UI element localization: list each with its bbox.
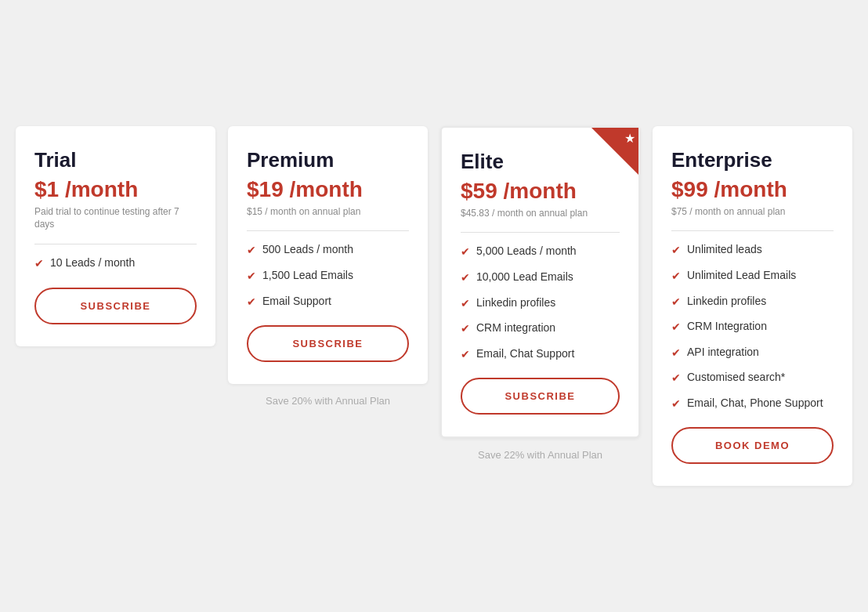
feature-text-enterprise-1: Unlimited Lead Emails [687,268,796,284]
feature-text-elite-3: CRM integration [476,320,555,336]
subscribe-button-trial[interactable]: SUBSCRIBE [34,288,197,324]
checkmark-icon: ✔ [461,296,470,312]
plan-wrapper-premium: Premium$19 /month$15 / month on annual p… [228,126,428,407]
star-icon: ★ [624,131,635,146]
save-text-elite: Save 22% with Annual Plan [440,449,640,461]
feature-text-elite-4: Email, Chat Support [476,346,574,362]
subscribe-button-elite[interactable]: SUBSCRIBE [461,378,620,415]
checkmark-icon: ✔ [461,270,470,286]
feature-item-enterprise-5: ✔Customised search* [671,370,834,386]
feature-list-trial: ✔10 Leads / month [34,255,197,272]
feature-item-premium-0: ✔500 Leads / month [247,242,409,259]
checkmark-icon: ✔ [461,321,470,337]
feature-text-enterprise-0: Unlimited leads [687,242,762,258]
feature-item-elite-0: ✔5,000 Leads / month [461,244,620,260]
checkmark-icon: ✔ [671,397,681,412]
feature-item-enterprise-6: ✔Email, Chat, Phone Support [671,396,834,412]
checkmark-icon: ✔ [671,243,681,259]
pricing-container: Trial$1 /monthPaid trial to continue tes… [0,103,868,510]
plan-subprice-premium: $15 / month on annual plan [247,205,409,219]
divider-trial [34,244,197,244]
feature-item-enterprise-0: ✔Unlimited leads [671,242,834,259]
checkmark-icon: ✔ [247,269,256,284]
plan-wrapper-elite: ★Elite$59 /month$45.83 / month on annual… [440,126,640,462]
checkmark-icon: ✔ [247,243,256,259]
plan-name-enterprise: Enterprise [671,148,834,172]
subscribe-button-enterprise[interactable]: BOOK DEMO [671,427,834,464]
plan-subprice-trial: Paid trial to continue testing after 7 d… [34,205,197,232]
feature-item-elite-1: ✔10,000 Lead Emails [461,270,620,286]
plan-name-premium: Premium [247,148,409,172]
checkmark-icon: ✔ [461,347,470,363]
feature-text-premium-1: 1,500 Lead Emails [262,268,353,284]
feature-text-elite-2: Linkedin profiles [476,295,555,311]
feature-text-premium-2: Email Support [262,294,331,310]
feature-item-elite-3: ✔CRM integration [461,320,620,337]
checkmark-icon: ✔ [34,256,44,272]
feature-item-premium-1: ✔1,500 Lead Emails [247,268,409,284]
feature-list-enterprise: ✔Unlimited leads✔Unlimited Lead Emails✔L… [671,242,834,411]
feature-item-elite-4: ✔Email, Chat Support [461,346,620,363]
plan-name-trial: Trial [34,148,197,172]
plan-price-elite: $59 /month [461,179,620,204]
plan-subprice-enterprise: $75 / month on annual plan [671,205,834,219]
subscribe-button-premium[interactable]: SUBSCRIBE [247,325,409,362]
feature-text-enterprise-6: Email, Chat, Phone Support [687,396,823,411]
plan-wrapper-enterprise: Enterprise$99 /month$75 / month on annua… [653,126,852,487]
feature-item-trial-0: ✔10 Leads / month [34,255,197,272]
checkmark-icon: ✔ [671,269,681,284]
feature-item-enterprise-4: ✔API integration [671,345,834,361]
feature-text-enterprise-3: CRM Integration [687,319,767,335]
checkmark-icon: ✔ [461,244,470,260]
plan-price-enterprise: $99 /month [671,177,834,202]
feature-text-enterprise-5: Customised search* [687,370,785,386]
feature-list-elite: ✔5,000 Leads / month✔10,000 Lead Emails✔… [461,244,620,362]
plan-price-trial: $1 /month [34,177,197,202]
plan-card-premium: Premium$19 /month$15 / month on annual p… [228,126,428,385]
feature-text-enterprise-4: API integration [687,345,759,360]
feature-item-enterprise-2: ✔Linkedin profiles [671,294,834,310]
divider-elite [461,232,620,233]
feature-list-premium: ✔500 Leads / month✔1,500 Lead Emails✔Ema… [247,242,409,310]
feature-item-elite-2: ✔Linkedin profiles [461,295,620,312]
plan-price-premium: $19 /month [247,177,409,202]
divider-premium [247,230,409,231]
checkmark-icon: ✔ [671,295,681,310]
feature-item-enterprise-1: ✔Unlimited Lead Emails [671,268,834,284]
feature-text-enterprise-2: Linkedin profiles [687,294,766,310]
plan-card-trial: Trial$1 /monthPaid trial to continue tes… [16,126,215,346]
checkmark-icon: ✔ [671,346,681,361]
save-text-premium: Save 20% with Annual Plan [228,395,428,407]
divider-enterprise [671,230,834,231]
checkmark-icon: ✔ [247,295,256,310]
checkmark-icon: ✔ [671,371,681,386]
checkmark-icon: ✔ [671,320,681,335]
feature-text-premium-0: 500 Leads / month [262,242,353,258]
feature-text-elite-0: 5,000 Leads / month [476,244,577,259]
feature-text-elite-1: 10,000 Lead Emails [476,270,573,285]
plan-card-enterprise: Enterprise$99 /month$75 / month on annua… [653,126,852,487]
plan-wrapper-trial: Trial$1 /monthPaid trial to continue tes… [16,126,215,346]
feature-item-enterprise-3: ✔CRM Integration [671,319,834,335]
feature-text-trial-0: 10 Leads / month [50,255,135,271]
feature-item-premium-2: ✔Email Support [247,294,409,310]
plan-subprice-elite: $45.83 / month on annual plan [461,207,620,220]
plan-card-elite: ★Elite$59 /month$45.83 / month on annual… [440,126,640,439]
